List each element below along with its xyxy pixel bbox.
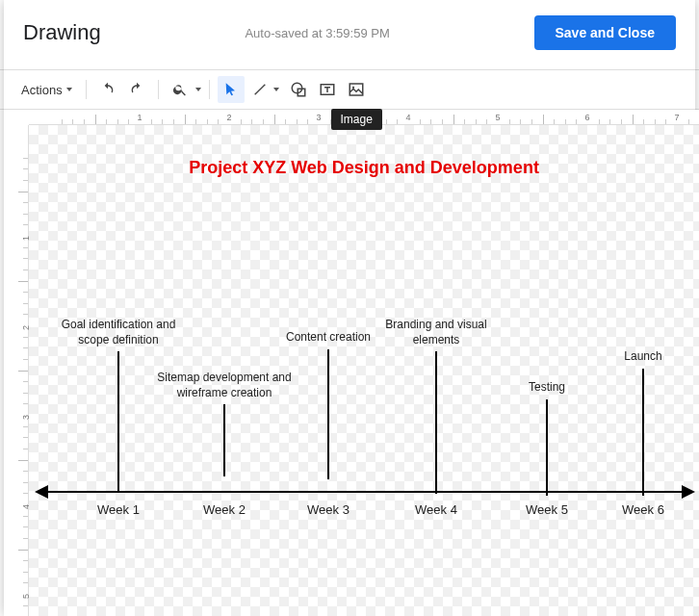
timeline-week-label[interactable]: Week 2 [186,502,263,517]
timeline-week-label[interactable]: Week 3 [290,502,367,517]
timeline-item-stem [546,399,548,496]
autosave-status: Auto-saved at 3:59:59 PM [101,26,534,40]
caret-down-icon [273,88,279,91]
ruler-h-label: 7 [674,113,679,122]
timeline-item-label: Launch [576,349,699,365]
redo-icon [129,82,144,97]
separator [86,80,87,99]
save-and-close-button[interactable]: Save and Close [534,15,677,50]
svg-point-4 [352,87,354,89]
caret-down-icon [66,88,72,91]
zoom-icon [172,82,188,97]
ruler-h-label: 5 [495,113,500,122]
ruler-h-label: 1 [137,113,142,122]
toolbar: Actions Image [0,70,699,109]
vertical-ruler: 12345 [13,125,29,616]
zoom-button[interactable] [167,76,194,103]
ruler-h-label: 2 [226,113,231,122]
timeline-week-label[interactable]: Week 5 [508,502,585,517]
tooltip-image: Image [331,109,382,130]
caret-down-icon [195,88,201,91]
shape-icon [290,81,307,98]
line-tool-button[interactable] [246,76,273,103]
undo-icon [100,82,116,97]
timeline-item-label: Branding and visual elements [369,318,504,347]
cursor-icon [223,82,239,97]
timeline-item[interactable]: Launch [576,349,699,496]
drawing-heading[interactable]: Project XYZ Web Design and Development [29,158,699,178]
actions-label: Actions [21,83,63,97]
drawing-canvas[interactable]: Project XYZ Web Design and Development G… [29,125,699,616]
dialog-title: Drawing [23,20,101,45]
timeline-week-label[interactable]: Week 1 [80,502,157,517]
redo-button[interactable] [123,76,150,103]
image-tool-button[interactable] [343,76,370,103]
axis-arrow-left-icon [35,485,48,499]
actions-menu-button[interactable]: Actions [15,79,78,101]
timeline-item-stem [223,404,225,476]
textbox-icon [319,81,336,98]
separator [158,80,159,99]
line-icon [252,82,268,97]
timeline-week-label[interactable]: Week 6 [605,502,682,517]
image-icon [348,81,365,98]
ruler-h-label: 3 [316,113,321,122]
timeline-item-stem [642,369,644,496]
timeline-item-label: Goal identification and scope definition [51,318,186,347]
undo-button[interactable] [94,76,121,103]
shape-tool-button[interactable] [285,76,312,103]
separator [209,80,210,99]
ruler-h-label: 6 [584,113,589,122]
timeline-item-stem [435,351,437,494]
timeline-item-stem [117,351,119,491]
ruler-h-label: 4 [405,113,410,122]
dialog-header: Drawing Auto-saved at 3:59:59 PM Save an… [0,0,699,69]
select-tool-button[interactable] [218,76,245,103]
textbox-tool-button[interactable] [314,76,341,103]
timeline-drawing[interactable]: Goal identification and scope definition… [37,318,699,529]
timeline-week-label[interactable]: Week 4 [398,502,475,517]
timeline-item-stem [327,349,329,479]
